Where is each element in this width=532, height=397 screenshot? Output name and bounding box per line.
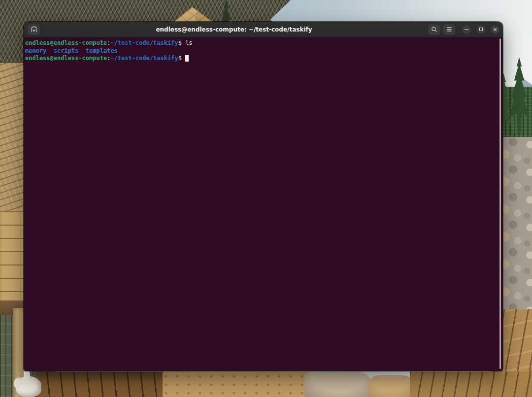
tab-new-icon	[31, 26, 37, 33]
menu-button[interactable]	[443, 24, 455, 35]
directory-entry: memory	[25, 47, 46, 54]
wallpaper-boulder	[304, 371, 373, 397]
wallpaper-sandy-ground	[163, 371, 315, 397]
maximize-button[interactable]	[476, 25, 485, 34]
directory-entry: scripts	[54, 47, 79, 54]
wallpaper-wooden-crates	[410, 371, 532, 397]
hamburger-menu-icon	[446, 27, 452, 32]
directory-entry: templates	[86, 47, 118, 54]
search-icon	[431, 26, 437, 33]
prompt-user-host: endless@endless-compute	[25, 39, 107, 46]
close-button[interactable]	[491, 25, 499, 34]
close-icon	[493, 27, 498, 32]
maximize-icon	[479, 28, 483, 31]
prompt-path: ~/test-code/taskify	[110, 39, 178, 46]
desktop: endless@endless-compute: ~/test-code/tas…	[0, 0, 532, 397]
minimize-button[interactable]	[462, 25, 471, 34]
terminal-window: endless@endless-compute: ~/test-code/tas…	[24, 22, 503, 371]
prompt-path: ~/test-code/taskify	[110, 55, 178, 62]
wallpaper-floor-boards	[35, 371, 163, 397]
window-title: endless@endless-compute: ~/test-code/tas…	[40, 26, 428, 33]
typed-command: ls	[185, 39, 192, 46]
new-tab-button[interactable]	[28, 24, 40, 35]
terminal-content[interactable]: endless@endless-compute:~/test-code/task…	[24, 37, 503, 371]
scrollbar[interactable]	[499, 38, 501, 369]
prompt-symbol: $	[178, 55, 182, 62]
prompt-symbol: $	[178, 39, 182, 46]
terminal-cursor	[185, 55, 189, 62]
titlebar[interactable]: endless@endless-compute: ~/test-code/tas…	[24, 22, 503, 37]
prompt-user-host: endless@endless-compute	[25, 55, 107, 62]
wallpaper-white-bird	[16, 376, 41, 397]
terminal-line-prompt-active: endless@endless-compute:~/test-code/task…	[25, 55, 500, 63]
terminal-line-ls-output: memoryscriptstemplates	[25, 47, 500, 55]
titlebar-controls	[428, 24, 499, 35]
terminal-line-prompt-ls: endless@endless-compute:~/test-code/task…	[25, 39, 500, 47]
search-button[interactable]	[428, 24, 440, 35]
wallpaper-boulder	[368, 375, 416, 397]
minimize-icon	[465, 29, 468, 30]
